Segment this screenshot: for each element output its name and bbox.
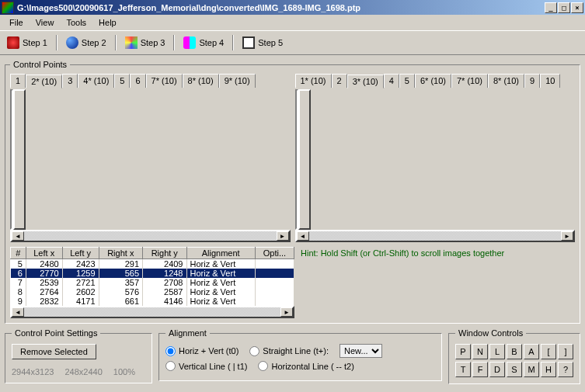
table-header[interactable]: Left x [26,248,62,259]
table-header[interactable]: Right x [99,248,142,259]
radio-horiz-vert[interactable]: Horiz + Vert (t0) [165,346,239,356]
table-row[interactable]: 9283241716614146Horiz & Vert [11,297,294,306]
toolbar-separator [173,35,175,50]
step4-button[interactable]: Step 4 [179,33,228,52]
image-tab[interactable]: 1* (10) [295,74,332,88]
image-tab[interactable]: 2 [332,74,347,88]
close-button[interactable]: × [571,2,583,13]
table-header[interactable]: Left y [62,248,99,259]
left-image-panel: 12* (10)34* (10)567* (10)8* (10)9* (10) … [10,74,291,242]
table-row[interactable]: 7253927213572708Horiz & Vert [11,278,294,287]
window-control-button[interactable]: B [507,344,522,359]
straight-line-select[interactable]: New... [340,344,382,358]
image-tab[interactable]: 3* (10) [347,75,384,88]
right-image-view[interactable]: 6 (3.01) [295,89,298,230]
toolbar-separator [115,35,117,50]
minimize-button[interactable]: _ [545,2,557,13]
window-control-button[interactable]: [ [541,344,556,359]
image-tab[interactable]: 4* (10) [78,74,114,88]
step5-icon [242,36,255,49]
menubar: File View Tools Help [0,15,585,30]
step2-button[interactable]: Step 2 [61,33,111,52]
window-control-button[interactable]: T [455,362,471,377]
toolbar-separator [232,35,234,50]
image-tab[interactable]: 3 [62,74,78,88]
step5-label: Step 5 [258,38,283,47]
menu-view[interactable]: View [30,16,61,29]
image-tab[interactable]: 9 [524,74,540,88]
image-tab[interactable]: 7* (10) [451,74,488,88]
table-hscrollbar[interactable]: ◄► [10,306,294,318]
image-tab[interactable]: 9* (10) [219,74,256,88]
table-header[interactable]: Opti... [255,248,294,259]
image-tab[interactable]: 5 [399,74,415,88]
control-point-label: 6 (3.01) [12,168,13,191]
step5-button[interactable]: Step 5 [238,33,287,52]
step1-label: Step 1 [23,38,47,47]
window-control-button[interactable]: ? [558,362,573,377]
window-title: G:\Images500\20090617_Jefferson_Memorial… [17,3,360,12]
image-tab[interactable]: 4 [384,74,399,88]
image-tab[interactable]: 6 [130,74,145,88]
left-tabs: 12* (10)34* (10)567* (10)8* (10)9* (10) [10,74,291,88]
radio-vertical-line[interactable]: Vertical Line ( | t1) [165,361,247,371]
image-tab[interactable]: 5 [114,74,130,88]
control-point-marker[interactable] [12,151,13,168]
step2-icon [66,36,78,49]
menu-help[interactable]: Help [92,16,123,29]
table-row[interactable]: 8276426025762587Horiz & Vert [11,287,294,297]
cp-settings-legend: Control Point Settings [12,328,100,338]
step4-label: Step 4 [199,38,224,47]
right-vscrollbar[interactable] [298,89,311,230]
image-tab[interactable]: 10 [540,74,560,88]
remove-selected-button[interactable]: Remove Selected [12,344,96,359]
step1-button[interactable]: Step 1 [2,33,52,52]
image-tab[interactable]: 7* (10) [146,74,183,88]
window-control-button[interactable]: N [472,344,488,359]
alignment-group: Alignment Horiz + Vert (t0) Straight Lin… [158,328,442,381]
window-control-button[interactable]: M [524,362,539,377]
toolbar-separator [56,35,57,50]
cp-settings-group: Control Point Settings Remove Selected 2… [5,328,152,383]
step3-button[interactable]: Step 3 [120,33,170,52]
right-image-panel: 1* (10)23* (10)456* (10)7* (10)8* (10)91… [295,74,576,242]
window-control-button[interactable]: D [489,362,505,377]
table-header[interactable]: # [11,248,26,259]
table-header[interactable]: Right y [143,248,186,259]
control-points-table: #Left xLeft yRight xRight yAlignmentOpti… [10,247,294,306]
image-tab[interactable]: 6* (10) [415,74,451,88]
image-tab[interactable]: 2* (10) [26,75,62,88]
window-control-button[interactable]: L [489,344,505,359]
menu-file[interactable]: File [3,16,30,29]
table-header[interactable]: Alignment [186,248,255,259]
radio-straight-line[interactable]: Straight Line (t+): [249,346,329,356]
window-control-button[interactable]: P [455,344,471,359]
control-points-group: Control Points 12* (10)34* (10)567* (10)… [5,60,580,324]
zoom-value: 100% [113,367,135,376]
window-control-button[interactable]: S [507,362,522,377]
step3-icon [125,36,138,49]
right-hscrollbar[interactable]: ◄► [295,230,576,242]
window-control-button[interactable]: H [541,362,556,377]
window-control-button[interactable]: A [524,344,539,359]
left-hscrollbar[interactable]: ◄► [10,230,291,242]
image-tab[interactable]: 8* (10) [488,74,524,88]
image-tab[interactable]: 1 [10,74,26,88]
app-icon [2,2,14,14]
step4-icon [183,36,196,49]
control-points-legend: Control Points [10,60,70,69]
image-tab[interactable]: 8* (10) [183,74,219,88]
window-controls-group: Window Controls PNLBA[] TFDSMH? [448,328,580,384]
control-point-marker[interactable] [297,151,298,168]
table-row[interactable]: 6277012595651248Horiz & Vert [11,269,294,278]
window-control-button[interactable]: ] [558,344,573,359]
left-image-view[interactable]: 6 (3.01) [10,89,13,230]
window-control-button[interactable]: F [472,362,488,377]
table-row[interactable]: 5248024232912409Horiz & Vert [11,259,294,269]
toolbar: Step 1 Step 2 Step 3 Step 4 Step 5 [0,30,585,55]
maximize-button[interactable]: □ [558,2,570,13]
left-vscrollbar[interactable] [13,89,26,230]
menu-tools[interactable]: Tools [60,16,92,29]
radio-horizontal-line[interactable]: Horizontal Line ( -- t2) [258,361,353,371]
control-point-label: 6 (3.01) [297,168,298,191]
